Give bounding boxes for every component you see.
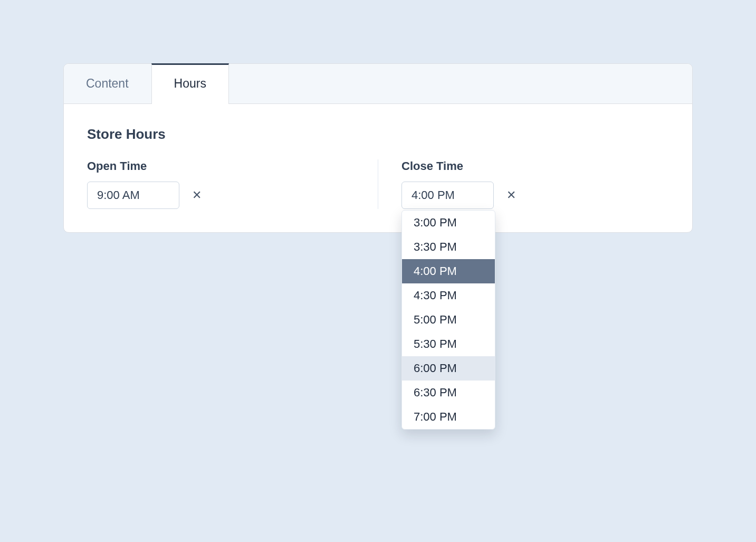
dropdown-option[interactable]: 6:00 PM [402, 356, 495, 381]
settings-card: Content Hours Store Hours Open Time 9:00… [63, 63, 693, 233]
dropdown-option[interactable]: 5:00 PM [402, 308, 495, 332]
fields-row: Open Time 9:00 AM ✕ Close Time 4:00 PM ✕… [87, 159, 669, 209]
open-time-field: Open Time 9:00 AM ✕ [87, 159, 378, 209]
dropdown-option[interactable]: 4:00 PM [402, 259, 495, 283]
close-icon[interactable]: ✕ [192, 189, 202, 201]
hours-panel: Store Hours Open Time 9:00 AM ✕ Close Ti… [64, 104, 692, 232]
dropdown-option[interactable]: 7:00 PM [402, 405, 495, 429]
dropdown-option[interactable]: 3:00 PM [402, 211, 495, 235]
dropdown-option[interactable]: 5:30 PM [402, 332, 495, 356]
dropdown-option[interactable]: 3:30 PM [402, 235, 495, 259]
close-time-field: Close Time 4:00 PM ✕ 3:00 PM3:30 PM4:00 … [378, 159, 669, 209]
close-time-dropdown: 3:00 PM3:30 PM4:00 PM4:30 PM5:00 PM5:30 … [401, 210, 495, 430]
tab-content[interactable]: Content [64, 64, 151, 103]
dropdown-option[interactable]: 4:30 PM [402, 283, 495, 308]
open-time-input[interactable]: 9:00 AM [87, 182, 179, 209]
open-time-label: Open Time [87, 159, 355, 173]
tab-bar: Content Hours [64, 64, 692, 104]
close-time-input[interactable]: 4:00 PM [401, 182, 494, 209]
section-title: Store Hours [87, 126, 669, 142]
close-time-input-row: 4:00 PM ✕ [401, 182, 669, 209]
dropdown-option[interactable]: 6:30 PM [402, 381, 495, 405]
tab-hours[interactable]: Hours [151, 63, 229, 104]
close-time-label: Close Time [401, 159, 669, 173]
close-icon[interactable]: ✕ [506, 189, 516, 201]
open-time-input-row: 9:00 AM ✕ [87, 182, 355, 209]
